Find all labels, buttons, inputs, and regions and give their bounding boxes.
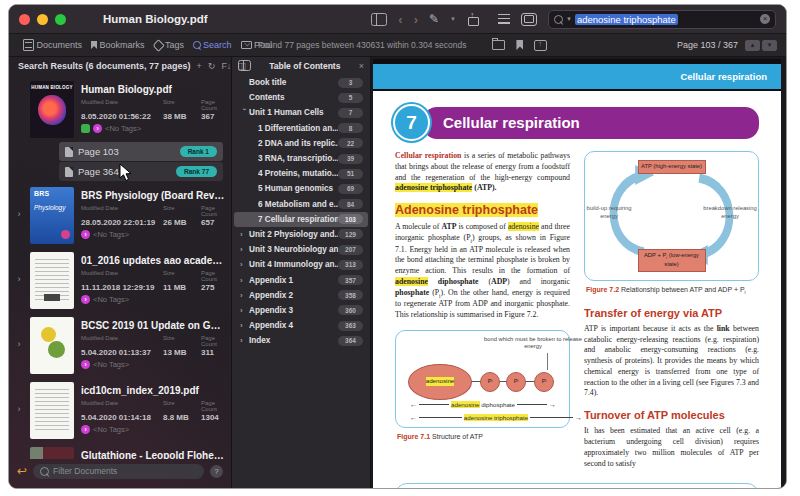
page-result-row[interactable]: Page 364 Rank 77 (59, 162, 223, 181)
chevron-right-icon[interactable]: › (240, 230, 249, 239)
toc-panel-icon[interactable] (238, 60, 251, 71)
chevron-right-icon[interactable]: › (240, 276, 249, 285)
chevron-right-icon[interactable]: › (240, 291, 249, 300)
page-number-pill: 360 (338, 305, 363, 315)
chevron-right-icon[interactable]: › (15, 404, 23, 439)
folder-icon[interactable] (492, 40, 505, 50)
tab-bookmarks[interactable]: Bookmarks (91, 40, 145, 50)
page-number-pill: 5 (338, 93, 363, 103)
close-icon[interactable]: × (359, 61, 364, 71)
adp-state-box: ADP + Pi (low-energy state) (638, 249, 706, 272)
tag-badge-icon[interactable]: › (81, 295, 90, 304)
toc-item[interactable]: 6 Metabolism and e...84 (234, 197, 368, 212)
chevron-right-icon[interactable]: › (15, 274, 23, 309)
annotate-pen-icon[interactable]: ✎ (429, 13, 439, 25)
chevron-right-icon[interactable]: › (240, 306, 249, 315)
search-tab-icon (193, 41, 201, 49)
document-result-row[interactable]: › HUMAN BIOLOGY Human Biology.pdf Modifi… (9, 76, 231, 141)
chevron-right-icon[interactable]: › (240, 336, 249, 345)
toc-item[interactable]: ›Appendix 4363 (234, 318, 368, 333)
tag-badge-icon[interactable]: › (81, 230, 90, 239)
chevron-right-icon[interactable]: › (15, 209, 23, 244)
document-thumbnail[interactable] (30, 317, 74, 374)
chevron-right-icon[interactable]: › (240, 245, 249, 254)
document-thumbnail[interactable] (30, 252, 74, 309)
document-viewer[interactable]: Cellular respiration 7 Cellular respirat… (371, 57, 786, 488)
previous-result-button[interactable]: ▲ (745, 40, 760, 51)
no-tags-label: <No Tags> (93, 360, 129, 369)
search-field[interactable]: ▼ adenosine triphosphate × (548, 10, 776, 29)
tab-tags[interactable]: Tags (154, 40, 185, 50)
page-number-pill: 39 (338, 154, 363, 164)
toc-item[interactable]: 1 Differentiation an...8 (234, 121, 368, 136)
list-view-icon[interactable] (498, 14, 510, 24)
search-input-value[interactable]: adenosine triphosphate (575, 14, 678, 25)
file-size: 13 MB (163, 348, 201, 357)
toc-item[interactable]: ›Appendix 1357 (234, 272, 368, 287)
document-result-row[interactable]: › GSH Glutathione - Leopold Flohe.pdf Mo… (9, 442, 231, 459)
page-count: 367 (201, 112, 225, 121)
filter-documents-input[interactable]: Filter Documents (33, 464, 204, 479)
toc-item[interactable]: 4 Proteins, mutatio...51 (234, 166, 368, 181)
document-result-row[interactable]: › BCSC 2019 01 Update on General.pdf Mod… (9, 312, 231, 377)
back-button[interactable]: ‹ (398, 13, 402, 26)
document-thumbnail[interactable]: HUMAN BIOLOGY (30, 81, 74, 138)
toc-item[interactable]: 5 Human genomics69 (234, 181, 368, 196)
page-columns: Cellular respiration is a series of meta… (395, 151, 759, 469)
document-result-row[interactable]: › 01_2016 updates aao academy Basic_and_… (9, 247, 231, 312)
add-search-icon[interactable]: + (197, 62, 202, 71)
minimize-window-button[interactable] (37, 14, 48, 25)
redo-arrow-icon[interactable]: ↪ (17, 465, 27, 477)
tag-badge-icon[interactable]: › (81, 360, 90, 369)
export-icon[interactable] (534, 40, 547, 51)
page-result-row[interactable]: Page 103 Rank 1 (59, 142, 223, 161)
chevron-right-icon[interactable]: › (240, 260, 249, 269)
annotate-dropdown-icon[interactable]: ▼ (450, 16, 456, 22)
toc-item[interactable]: Contents5 (234, 90, 368, 105)
toc-item[interactable]: ›Index364 (234, 333, 368, 348)
share-icon[interactable] (467, 13, 479, 26)
zoom-window-button[interactable] (55, 14, 66, 25)
chevron-down-icon[interactable]: › (240, 108, 249, 117)
search-options-caret-icon[interactable]: ▼ (566, 16, 572, 22)
chevron-right-icon[interactable]: › (240, 321, 249, 330)
bookmarks-icon (91, 41, 97, 49)
tag-badge-icon[interactable]: › (93, 124, 102, 133)
tab-documents[interactable]: Documents (23, 39, 82, 51)
toc-item[interactable]: 3 RNA, transcriptio...39 (234, 151, 368, 166)
close-window-button[interactable] (19, 14, 30, 25)
toc-item[interactable]: ›Unit 2 Physiology and...129 (234, 227, 368, 242)
page-count: 1304 (201, 413, 225, 422)
toc-item[interactable]: ›Unit 1 Human Cells7 (234, 105, 368, 120)
tag-badge-icon[interactable]: › (81, 425, 90, 434)
toc-item[interactable]: ›Unit 3 Neurobiology an...207 (234, 242, 368, 257)
next-result-button[interactable]: ▼ (762, 40, 777, 51)
figure-7-2: ATP (high-energy state) ADP + Pi (low-en… (584, 151, 759, 281)
bookmark-icon[interactable] (516, 40, 523, 50)
toc-item[interactable]: Book title3 (234, 75, 368, 90)
help-button[interactable]: ? (210, 465, 223, 478)
history-icon[interactable]: ↻ (208, 62, 216, 71)
search-results-sidebar: Search Results (6 documents, 77 pages) +… (9, 57, 231, 488)
sort-icon[interactable]: F↓ (221, 62, 231, 71)
toc-item[interactable]: ›Appendix 2358 (234, 288, 368, 303)
clear-search-icon[interactable]: × (760, 14, 770, 24)
document-title: Human Biology.pdf (81, 84, 225, 95)
toggle-sidebar-icon[interactable] (371, 13, 387, 26)
chevron-right-icon[interactable]: › (15, 339, 23, 374)
document-thumbnail[interactable] (30, 382, 74, 439)
toc-item[interactable]: ›Appendix 3360 (234, 303, 368, 318)
reading-view-icon[interactable] (521, 13, 537, 26)
main-content: Search Results (6 documents, 77 pages) +… (9, 57, 786, 488)
forward-button[interactable]: › (414, 13, 418, 26)
document-title: 01_2016 updates aao academy Basic_and_C.… (81, 255, 225, 266)
toc-item[interactable]: 2 DNA and its replic...22 (234, 136, 368, 151)
modified-date: 5.04.2020 01:13:37 (81, 348, 163, 357)
tab-search[interactable]: Search (193, 40, 232, 50)
toc-item[interactable]: ›Unit 4 Immunology an...313 (234, 257, 368, 272)
document-result-row[interactable]: › BRSPhysiology BRS Physiology (Board Re… (9, 182, 231, 247)
toc-item-selected[interactable]: 7 Cellular respiration103 (234, 212, 368, 227)
document-thumbnail[interactable]: BRSPhysiology (30, 187, 74, 244)
document-result-row[interactable]: › icd10cm_index_2019.pdf Modified DateSi… (9, 377, 231, 442)
document-thumbnail[interactable]: GSH (30, 447, 74, 459)
